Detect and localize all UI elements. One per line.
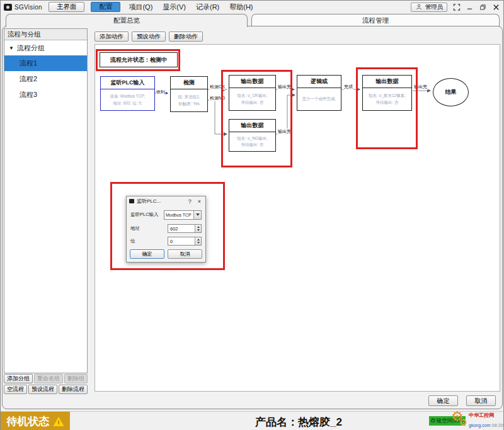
node-attr: 组名: o_胶水12像素;	[369, 93, 406, 99]
collapse-expander-icon[interactable]: ▼	[9, 45, 14, 51]
main-screen-button[interactable]: 主界面	[49, 2, 85, 12]
flow-group-sidebar: 流程与分组 ▼ 流程分组 流程1 流程2 流程3	[4, 28, 88, 373]
node-output-ok[interactable]: 输出数据 组名: o_OK输出; 等待输出: 否	[229, 75, 276, 111]
restore-icon[interactable]	[479, 3, 487, 11]
node-result[interactable]: 结果	[433, 78, 469, 106]
node-detect[interactable]: 检测 组: 算法组1; 软触发: Yes	[170, 76, 208, 112]
tree-group-label: 流程分组	[17, 43, 45, 53]
add-action-button[interactable]: 添加动作	[94, 31, 129, 42]
menu-project[interactable]: 项目(Q)	[127, 3, 154, 12]
bit-label: 位	[130, 238, 168, 244]
user-icon	[415, 3, 423, 11]
spinner-arrows-icon[interactable]	[195, 237, 201, 245]
dialog-help-icon[interactable]: ?	[186, 198, 193, 205]
plc-listen-dialog: 监听PLC... ? × 监听PLC输入 Modbus TCP 地址	[126, 196, 206, 263]
dialog-app-icon	[129, 199, 134, 203]
preset-action-button[interactable]: 预设动作	[132, 31, 166, 42]
node-attr: 等待输出: 否	[241, 142, 263, 148]
node-attr: 软触发: Yes	[178, 101, 200, 107]
spinner-arrows-icon[interactable]	[195, 225, 201, 232]
app-window: SGVision 主界面 配置 项目(Q) 显示(V) 记录(R) 帮助(H) …	[0, 0, 504, 430]
config-button[interactable]: 配置	[91, 2, 120, 12]
app-title: SGVision	[14, 4, 42, 11]
product-name: 产品名：热熔胶_2	[255, 415, 342, 429]
fullscreen-icon[interactable]	[452, 3, 461, 11]
menu-record[interactable]: 记录(R)	[194, 3, 221, 12]
tree-group-row[interactable]: ▼ 流程分组	[4, 40, 87, 55]
plc-type-row: 监听PLC输入 Modbus TCP	[130, 210, 202, 220]
edge-label-detect-ng: 检测NG	[209, 95, 226, 101]
dialog-cancel-button[interactable]: 取消	[168, 249, 202, 259]
edge-label-output-done-ok: 输出完	[277, 84, 292, 90]
app-logo-icon	[4, 4, 12, 11]
gear-icon: ⚙	[459, 417, 467, 427]
flow-permit-status: 流程允许状态：检测中	[100, 52, 178, 67]
bit-row: 位 0	[130, 236, 202, 246]
group-button-row: 添加分组 重命名组 删除组	[4, 374, 88, 383]
admin-label: 管理员	[425, 3, 444, 11]
tab-config-overview[interactable]: 配置总览	[6, 14, 248, 27]
node-logic-or[interactable]: 逻辑或 至少一个动作完成,	[297, 75, 341, 111]
status-time: 08:20:01	[491, 422, 504, 428]
address-row: 地址 602	[130, 223, 202, 234]
node-plc-listen[interactable]: 监听PLC输入 设备: Modbus TCP; 地址: 602; 位: 0;	[100, 76, 155, 111]
watermark-site-name: 中华工控网	[469, 412, 504, 418]
edge-label-output-done-ng: 输出完	[277, 128, 292, 135]
sidebar-header: 流程与分组	[4, 29, 87, 40]
dialog-title-bar: 监听PLC... ? ×	[127, 196, 205, 206]
machine-state-label: 待机状态	[7, 414, 50, 429]
watermark: ⚙ ⚙ 中华工控网 gkong.com08:20:01 2023/05/19	[451, 412, 503, 430]
node-attr: 地址: 602; 位: 0;	[113, 100, 142, 106]
tab-flow-management[interactable]: 流程管理	[251, 14, 500, 26]
node-attr: 设备: Modbus TCP;	[110, 93, 145, 99]
add-group-button[interactable]: 添加分组	[4, 374, 33, 383]
sidebar-item-flow1[interactable]: 流程1	[4, 55, 87, 71]
bit-input[interactable]: 0	[168, 237, 202, 246]
menu-display[interactable]: 显示(V)	[161, 3, 188, 12]
panel-cancel-button[interactable]: 取消	[466, 395, 496, 406]
address-input[interactable]: 602	[168, 224, 202, 233]
edge-label-detect-ok: 检测OK	[209, 84, 226, 90]
machine-state-badge: 待机状态 !	[1, 412, 70, 430]
plc-type-select[interactable]: Modbus TCP	[164, 210, 202, 220]
node-output-glue[interactable]: 输出数据 组名: o_胶水12像素; 等待输出: 否	[362, 75, 412, 111]
flow-button-row: 空流程 预设流程 删除流程	[4, 385, 88, 394]
title-bar: SGVision 主界面 配置 项目(Q) 显示(V) 记录(R) 帮助(H) …	[1, 1, 503, 13]
menu-help[interactable]: 帮助(H)	[227, 3, 255, 12]
chevron-down-icon[interactable]	[193, 211, 201, 219]
admin-button[interactable]: 管理员	[411, 3, 448, 12]
node-output-ng[interactable]: 输出数据 组名: o_NG输出; 等待输出: 否	[229, 119, 276, 152]
app-identity: SGVision	[4, 4, 42, 11]
close-icon[interactable]	[492, 3, 500, 11]
sidebar-item-flow3[interactable]: 流程3	[4, 87, 87, 103]
dialog-close-icon[interactable]: ×	[196, 198, 203, 205]
node-attr: 组名: o_OK输出;	[237, 93, 267, 99]
watermark-text: 中华工控网 gkong.com08:20:01 2023/05/19	[469, 412, 504, 430]
empty-flow-button[interactable]: 空流程	[4, 385, 27, 394]
plc-type-label: 监听PLC输入	[130, 212, 164, 218]
delete-action-button[interactable]: 删除动作	[169, 31, 203, 42]
dialog-buttons: 确定 取消	[130, 249, 202, 259]
dialog-ok-button[interactable]: 确定	[130, 249, 164, 259]
node-attr: 组名: o_NG输出;	[237, 135, 267, 142]
sidebar-item-flow2[interactable]: 流程2	[4, 71, 87, 87]
delete-flow-button[interactable]: 删除流程	[59, 385, 88, 394]
edge-label-received: 收到	[156, 89, 166, 95]
window-controls: 管理员	[411, 3, 501, 12]
watermark-domain: gkong.com	[469, 423, 490, 427]
address-label: 地址	[130, 225, 168, 232]
node-attr: 等待输出: 否	[375, 99, 398, 106]
node-attr: 至少一个动作完成,	[302, 96, 336, 102]
node-attr: 组: 算法组1;	[178, 94, 200, 100]
flowchart-canvas[interactable]: 流程允许状态：检测中 监听PLC输入 设备: Modbus TCP; 地址: 6…	[94, 44, 500, 392]
preset-flow-button[interactable]: 预设流程	[28, 385, 57, 394]
config-panel: 流程与分组 ▼ 流程分组 流程1 流程2 流程3 添加分组 重命名组 删除组 空…	[2, 26, 503, 409]
delete-group-button[interactable]: 删除组	[64, 374, 88, 383]
rename-group-button[interactable]: 重命名组	[34, 374, 63, 383]
warning-icon: !	[54, 417, 64, 426]
minimize-icon[interactable]	[466, 3, 474, 11]
edge-label-output-done-glue: 输出完	[413, 84, 428, 90]
flow-editor-content: 添加动作 预设动作 删除动作	[91, 26, 502, 409]
node-attr: 等待输出: 否	[241, 99, 263, 106]
panel-ok-button[interactable]: 确定	[428, 395, 458, 406]
